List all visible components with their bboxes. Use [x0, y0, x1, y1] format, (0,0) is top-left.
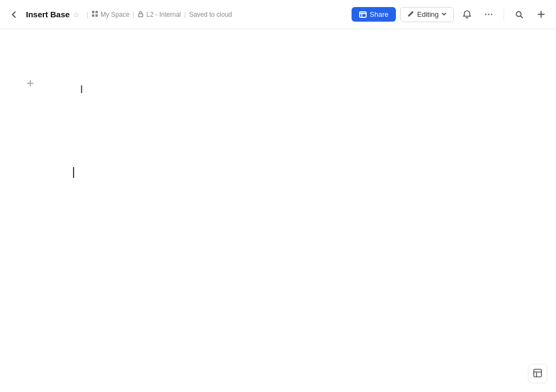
add-page-button[interactable] [532, 6, 550, 23]
doc-title: Insert Base [26, 10, 70, 19]
my-space-label: My Space [101, 11, 129, 18]
svg-rect-5 [360, 12, 366, 17]
breadcrumb-sep-1: | [87, 11, 88, 18]
breadcrumb-sep-3: | [184, 11, 186, 18]
my-space-icon [91, 10, 98, 18]
svg-line-10 [521, 16, 523, 18]
bell-button[interactable] [458, 6, 475, 23]
lock-icon [137, 11, 144, 18]
header-right: Share Editing [352, 6, 550, 23]
chevron-down-icon [441, 11, 447, 18]
add-block-button[interactable] [24, 77, 37, 90]
saved-status: Saved to cloud [189, 11, 232, 18]
header: Insert Base ☆ | My Space | [0, 0, 556, 29]
breadcrumb-area: | My Space | [87, 10, 232, 18]
breadcrumb-my-space[interactable]: My Space [91, 10, 129, 18]
share-label: Share [370, 10, 389, 18]
svg-rect-15 [534, 369, 541, 377]
search-button[interactable] [511, 6, 528, 23]
text-insertion-cursor [73, 167, 74, 178]
header-left: Insert Base ☆ | My Space | [6, 7, 352, 22]
editing-button[interactable]: Editing [400, 7, 454, 22]
text-cursor-beam: I [80, 83, 83, 96]
editing-label: Editing [417, 10, 439, 18]
svg-rect-4 [138, 14, 143, 17]
breadcrumb-l2-internal[interactable]: L2 - Internal [137, 11, 181, 18]
svg-rect-2 [92, 15, 95, 17]
svg-rect-0 [92, 11, 95, 14]
editor-area[interactable]: I [0, 29, 556, 392]
header-divider [504, 8, 504, 21]
back-button[interactable] [6, 7, 22, 22]
svg-point-6 [485, 14, 486, 15]
svg-rect-3 [96, 15, 98, 17]
svg-point-8 [491, 14, 492, 15]
share-button[interactable]: Share [352, 7, 396, 22]
star-icon[interactable]: ☆ [73, 10, 80, 19]
svg-rect-1 [96, 11, 98, 14]
l2-internal-label: L2 - Internal [146, 11, 181, 18]
main-content: I [0, 29, 556, 392]
doc-title-area: Insert Base ☆ [26, 10, 80, 19]
panel-toggle-button[interactable] [528, 364, 547, 383]
svg-point-7 [488, 14, 489, 15]
panel-layout-icon [533, 368, 542, 380]
breadcrumb-sep-2: | [133, 11, 134, 18]
more-button[interactable] [480, 6, 497, 23]
pencil-icon [407, 10, 414, 19]
